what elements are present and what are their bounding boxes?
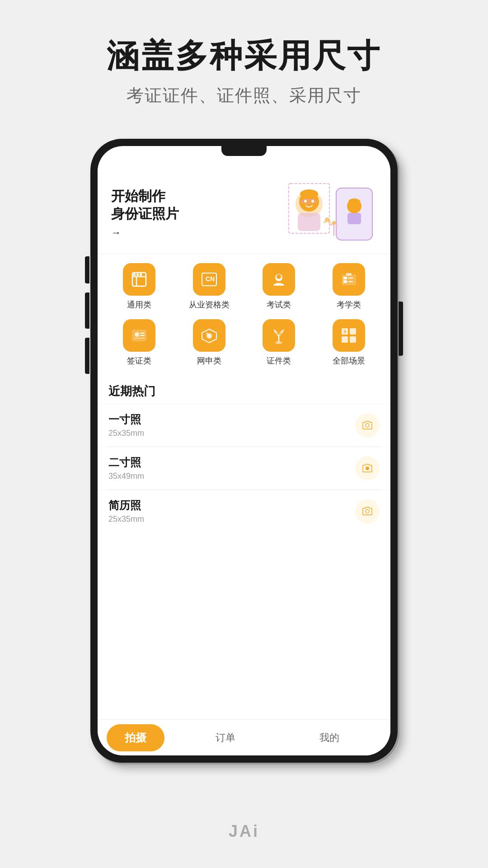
nav-item-mine[interactable]: 我的: [277, 731, 381, 745]
camera-icon-0: [361, 419, 374, 432]
hot-item-camera-0[interactable]: [355, 413, 380, 438]
category-section: 通用类 CN 从业资格类: [98, 254, 390, 371]
category-icon-visa: [123, 319, 155, 352]
svg-point-18: [335, 223, 338, 226]
category-icon-study: [333, 263, 365, 296]
hero-svg: [286, 181, 377, 245]
phone-screen: 开始制作 身份证照片 →: [98, 146, 390, 755]
category-label-exam: 考试类: [267, 299, 291, 310]
hot-item-0[interactable]: 一寸照 25x35mm: [98, 404, 390, 446]
hot-section: 近期热门 一寸照 25x35mm: [98, 375, 390, 719]
category-label-qualification: 从业资格类: [189, 299, 230, 310]
hot-item-info-2: 简历照 25x35mm: [108, 498, 144, 524]
hero-text: 开始制作 身份证照片 →: [111, 187, 286, 239]
svg-point-20: [324, 221, 326, 223]
hero-illustration: [286, 181, 377, 245]
hot-item-camera-1[interactable]: [355, 456, 380, 481]
camera-icon-1: [361, 462, 374, 475]
hero-title: 开始制作 身份证照片: [111, 187, 286, 222]
svg-rect-24: [136, 274, 139, 276]
svg-point-3: [300, 189, 318, 198]
svg-point-4: [304, 200, 307, 203]
phone-notch: [221, 146, 267, 156]
svg-text:CN: CN: [206, 275, 215, 283]
phone-mockup: 开始制作 身份证照片 →: [90, 139, 398, 763]
hot-item-info-1: 二寸照 35x49mm: [108, 455, 144, 481]
power-button: [399, 302, 403, 356]
phone-outer: 开始制作 身份证照片 →: [90, 139, 398, 763]
svg-rect-48: [350, 336, 356, 343]
camera-icon-2: [361, 505, 374, 518]
main-title: 涵盖多种采用尺寸: [107, 36, 381, 75]
category-item-general[interactable]: 通用类: [107, 263, 172, 310]
svg-point-37: [135, 332, 139, 337]
sub-title: 考证证件、证件照、采用尺寸: [107, 84, 381, 107]
category-item-id[interactable]: 证件类: [246, 319, 312, 366]
svg-point-16: [332, 221, 336, 225]
svg-point-17: [330, 223, 333, 226]
volume-up-button: [85, 256, 89, 283]
svg-rect-23: [133, 274, 136, 276]
svg-rect-35: [346, 273, 352, 276]
hot-item-size-0: 25x35mm: [108, 429, 144, 438]
category-item-all[interactable]: 全部场景: [316, 319, 382, 366]
nav-item-order[interactable]: 订单: [174, 731, 277, 745]
svg-point-44: [275, 341, 282, 344]
category-icon-exam: [263, 263, 295, 296]
svg-point-54: [366, 509, 369, 513]
hot-item-2[interactable]: 简历照 25x35mm: [98, 490, 390, 532]
hot-item-size-2: 25x35mm: [108, 514, 144, 524]
shoot-button[interactable]: 拍摄: [107, 724, 164, 751]
hero-arrow: →: [111, 227, 286, 239]
category-item-visa[interactable]: 签证类: [107, 319, 172, 366]
hot-item-camera-2[interactable]: [355, 499, 380, 524]
svg-point-5: [311, 200, 314, 203]
category-label-visa: 签证类: [127, 355, 151, 366]
page-header: 涵盖多种采用尺寸 考证证件、证件照、采用尺寸: [107, 0, 381, 121]
hot-title: 近期热门: [98, 375, 390, 404]
svg-rect-14: [347, 213, 361, 224]
hot-item-size-1: 35x49mm: [108, 472, 144, 481]
page-wrapper: 涵盖多种采用尺寸 考证证件、证件照、采用尺寸 开始制作: [0, 0, 488, 868]
svg-rect-32: [343, 280, 347, 283]
category-icon-all: [333, 319, 365, 352]
hot-item-info-0: 一寸照 25x35mm: [108, 412, 144, 438]
svg-point-13: [348, 198, 360, 205]
category-item-online[interactable]: 网申类: [177, 319, 242, 366]
category-grid: 通用类 CN 从业资格类: [107, 263, 381, 366]
category-item-study[interactable]: 考学类: [316, 263, 382, 310]
silent-button: [85, 338, 89, 374]
category-label-all: 全部场景: [333, 355, 365, 366]
svg-point-21: [328, 221, 331, 223]
screen-content: 开始制作 身份证照片 →: [98, 146, 390, 755]
svg-point-52: [366, 424, 369, 427]
category-label-online: 网申类: [197, 355, 221, 366]
svg-point-53: [366, 467, 369, 470]
category-icon-general: [123, 263, 155, 296]
svg-rect-25: [140, 274, 142, 276]
svg-rect-47: [342, 336, 348, 343]
category-label-study: 考学类: [337, 299, 361, 310]
category-label-general: 通用类: [127, 299, 151, 310]
bottom-label: JAi: [229, 822, 259, 841]
category-icon-online: [193, 319, 225, 352]
category-label-id: 证件类: [267, 355, 291, 366]
svg-rect-10: [298, 213, 320, 231]
hot-item-name-0: 一寸照: [108, 412, 144, 427]
svg-rect-31: [343, 277, 347, 279]
volume-down-button: [85, 292, 89, 329]
category-icon-qualification: CN: [193, 263, 225, 296]
svg-rect-46: [350, 328, 356, 335]
hero-banner[interactable]: 开始制作 身份证照片 →: [98, 169, 390, 254]
category-item-qualification[interactable]: CN 从业资格类: [177, 263, 242, 310]
category-item-exam[interactable]: 考试类: [246, 263, 312, 310]
svg-rect-30: [342, 275, 356, 285]
hot-item-name-2: 简历照: [108, 498, 144, 513]
bottom-nav: 拍摄 订单 我的: [98, 719, 390, 755]
hot-item-name-1: 二寸照: [108, 455, 144, 470]
hot-item-1[interactable]: 二寸照 35x49mm: [98, 447, 390, 489]
category-icon-id: [263, 319, 295, 352]
svg-point-29: [277, 274, 281, 279]
